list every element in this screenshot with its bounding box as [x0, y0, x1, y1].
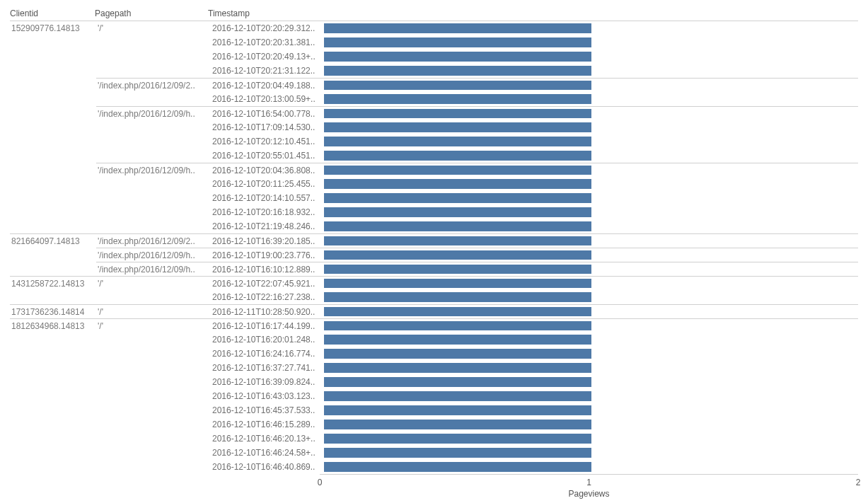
pageviews-bar[interactable]: [324, 349, 591, 359]
timestamp-cell: 2016-12-10T21:19:48.246..: [211, 219, 324, 233]
pagepath-cell: [96, 389, 211, 403]
pageviews-bar[interactable]: [324, 166, 591, 175]
pageviews-bar[interactable]: [324, 265, 591, 274]
pageviews-bar[interactable]: [324, 405, 591, 415]
table-row: 2016-12-10T21:19:48.246..: [10, 219, 858, 233]
timestamp-cell: 2016-12-10T20:55:01.451..: [211, 149, 324, 163]
x-axis-tick: 1: [586, 478, 591, 487]
data-rows: 152909776.14813'/'2016-12-10T20:20:29.31…: [10, 21, 858, 474]
pageviews-bar[interactable]: [324, 81, 591, 90]
clientid-cell: [10, 460, 96, 474]
table-row: 152909776.14813'/'2016-12-10T20:20:29.31…: [10, 21, 858, 35]
clientid-cell: [10, 92, 96, 106]
timestamp-cell: 2016-12-10T20:14:10.557..: [211, 191, 324, 205]
bar-cell: [324, 177, 858, 191]
header-clientid[interactable]: Clientid: [10, 8, 95, 18]
pagepath-cell: [96, 432, 211, 446]
pageviews-bar[interactable]: [324, 179, 591, 189]
pagepath-cell: [96, 417, 211, 432]
header-pagepath[interactable]: Pagepath: [95, 8, 208, 18]
timestamp-cell: 2016-12-10T16:46:24.58+..: [211, 446, 324, 460]
pageviews-bar[interactable]: [324, 109, 591, 118]
pageviews-bar[interactable]: [324, 250, 591, 260]
clientid-cell: 1431258722.14813: [10, 276, 96, 290]
pageviews-bar[interactable]: [324, 23, 591, 33]
bar-cell: [324, 262, 858, 276]
pageviews-bar[interactable]: [324, 292, 591, 302]
clientid-cell: [10, 177, 96, 191]
pageviews-bar[interactable]: [324, 448, 591, 458]
table-row: 2016-12-10T16:46:20.13+..: [10, 432, 858, 446]
pageviews-bar[interactable]: [324, 462, 591, 472]
pageviews-bar[interactable]: [324, 335, 591, 345]
timestamp-cell: 2016-12-10T22:16:27.238..: [211, 290, 324, 304]
pageviews-bar[interactable]: [324, 66, 591, 76]
bar-cell: [324, 361, 858, 375]
bar-cell: [324, 318, 858, 333]
bar-cell: [324, 276, 858, 290]
bar-cell: [324, 347, 858, 361]
table-row: '/index.php/2016/12/09/2..2016-12-10T20:…: [10, 78, 858, 92]
x-axis-label: Pageviews: [568, 489, 609, 499]
timestamp-cell: 2016-12-10T19:00:23.776..: [211, 248, 324, 262]
pageviews-bar[interactable]: [324, 207, 591, 217]
table-row: 2016-12-10T20:13:00.59+..: [10, 92, 858, 106]
clientid-cell: [10, 333, 96, 347]
clientid-cell: 1812634968.14813: [10, 318, 96, 333]
table-row: 2016-12-10T16:37:27.741..: [10, 361, 858, 375]
timestamp-cell: 2016-12-10T20:21:31.122..: [211, 64, 324, 78]
table-row: 2016-12-10T20:55:01.451..: [10, 149, 858, 163]
pagepath-cell: [96, 120, 211, 134]
timestamp-cell: 2016-12-10T16:24:16.774..: [211, 347, 324, 361]
pageviews-bar[interactable]: [324, 122, 591, 132]
pagepath-cell: [96, 403, 211, 417]
pagepath-cell: [96, 177, 211, 191]
bar-cell: [324, 134, 858, 149]
pagepath-cell: [96, 446, 211, 460]
timestamp-cell: 2016-12-10T20:20:29.312..: [211, 21, 324, 35]
pageviews-bar[interactable]: [324, 279, 591, 288]
clientid-cell: 821664097.14813: [10, 233, 96, 248]
bar-cell: [324, 149, 858, 163]
clientid-cell: [10, 446, 96, 460]
pageviews-bar[interactable]: [324, 321, 591, 330]
bar-cell: [324, 106, 858, 120]
pageviews-bar[interactable]: [324, 434, 591, 444]
pagepath-cell: [96, 50, 211, 64]
bar-cell: [324, 120, 858, 134]
pagepath-cell: [96, 333, 211, 347]
pagepath-cell: [96, 35, 211, 50]
pageviews-bar[interactable]: [324, 137, 591, 146]
table-row: 2016-12-10T16:20:01.248..: [10, 333, 858, 347]
pageviews-bar[interactable]: [324, 52, 591, 62]
pagepath-cell: [96, 92, 211, 106]
timestamp-cell: 2016-12-10T16:43:03.123..: [211, 389, 324, 403]
pageviews-bar[interactable]: [324, 307, 591, 316]
bar-cell: [324, 205, 858, 219]
pageviews-bar[interactable]: [324, 363, 591, 373]
pageviews-bar[interactable]: [324, 420, 591, 429]
pageviews-bar[interactable]: [324, 151, 591, 161]
pageviews-bar[interactable]: [324, 37, 591, 47]
timestamp-cell: 2016-12-10T16:46:40.869..: [211, 460, 324, 474]
clientid-cell: [10, 262, 96, 276]
timestamp-cell: 2016-12-10T16:17:44.199..: [211, 318, 324, 333]
pageviews-bar[interactable]: [324, 391, 591, 401]
clientid-cell: [10, 35, 96, 50]
clientid-cell: [10, 219, 96, 233]
pageviews-bar[interactable]: [324, 94, 591, 104]
pageviews-bar[interactable]: [324, 377, 591, 387]
pagepath-cell: [96, 361, 211, 375]
timestamp-cell: 2016-12-10T16:46:15.289..: [211, 417, 324, 432]
bar-cell: [324, 417, 858, 432]
header-timestamp[interactable]: Timestamp: [208, 8, 320, 18]
clientid-cell: [10, 403, 96, 417]
pageviews-bar[interactable]: [324, 236, 591, 245]
bar-cell: [324, 78, 858, 92]
pageviews-bar[interactable]: [324, 221, 591, 231]
bar-cell: [324, 432, 858, 446]
bar-cell: [324, 460, 858, 474]
table-row: 2016-12-10T20:14:10.557..: [10, 191, 858, 205]
x-axis-tick: 0: [318, 478, 323, 487]
pageviews-bar[interactable]: [324, 193, 591, 203]
